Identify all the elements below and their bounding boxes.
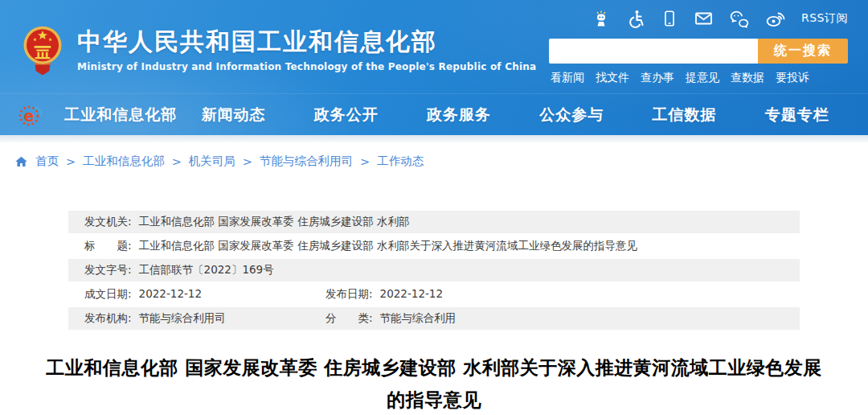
field-label: 发文字号: <box>84 263 132 277</box>
home-icon[interactable] <box>14 155 28 168</box>
field-label: 发布机构: <box>84 311 132 326</box>
nav-item-gov-disclosure[interactable]: 政务公开 <box>290 105 403 125</box>
field-label: 成文日期: <box>84 287 132 302</box>
table-row-issuing-agency: 发文机关: 工业和信息化部 国家发展改革委 住房城乡建设部 水利部 <box>68 211 800 233</box>
table-row-document-number: 发文字号: 工信部联节〔2022〕169号 <box>68 259 800 281</box>
rss-subscribe-link[interactable]: RSS订阅 <box>801 11 848 26</box>
breadcrumb: 首页 > 工业和信息化部 > 机关司局 > 节能与综合利用司 > 工作动态 <box>0 142 868 179</box>
breadcrumb-separator: > <box>243 155 252 168</box>
search-box: 统一搜索 <box>549 39 848 64</box>
quick-link-documents[interactable]: 找文件 <box>596 71 629 85</box>
field-label: 标 题: <box>84 239 132 253</box>
mobile-icon[interactable] <box>661 9 678 28</box>
breadcrumb-separator: > <box>360 155 370 168</box>
breadcrumb-departments[interactable]: 机关司局 <box>189 154 235 169</box>
site-subtitle: Ministry of Industry and Information Tec… <box>77 61 536 72</box>
breadcrumb-miit[interactable]: 工业和信息化部 <box>83 154 165 169</box>
site-header: 中华人民共和国工业和信息化部 Ministry of Industry and … <box>0 0 868 135</box>
nav-item-miit-data[interactable]: 工信数据 <box>628 105 740 125</box>
quick-link-feedback[interactable]: 提意见 <box>686 71 719 85</box>
breadcrumb-separator: > <box>172 155 182 168</box>
weibo-icon[interactable] <box>765 9 786 28</box>
field-value: 节能与综合利用司 <box>139 311 226 326</box>
table-cell: 发文字号: 工信部联节〔2022〕169号 <box>84 263 274 277</box>
nav-item-gov-services[interactable]: 政务服务 <box>403 105 515 125</box>
quick-link-news[interactable]: 看新闻 <box>551 71 584 85</box>
mail-icon[interactable] <box>694 9 714 28</box>
table-cell: 分 类: 节能与综合利用 <box>326 311 456 326</box>
brand-text: 中华人民共和国工业和信息化部 Ministry of Industry and … <box>77 25 536 72</box>
field-value: 工业和信息化部 国家发展改革委 住房城乡建设部 水利部关于深入推进黄河流域工业绿… <box>139 239 637 253</box>
nav-item-public-participation[interactable]: 公众参与 <box>515 105 628 125</box>
table-cell: 成文日期: 2022-12-12 <box>84 287 326 302</box>
table-cell: 发布日期: 2022-12-12 <box>326 287 443 302</box>
table-cell: 标 题: 工业和信息化部 国家发展改革委 住房城乡建设部 水利部关于深入推进黄河… <box>84 239 637 253</box>
quick-links: 看新闻 找文件 查办事 提意见 查数据 要投诉 <box>542 71 848 85</box>
field-value: 工信部联节〔2022〕169号 <box>139 263 274 277</box>
nav-item-miit[interactable]: 工业和信息化部 <box>64 105 177 125</box>
miit-logo-icon[interactable]: e <box>14 99 64 131</box>
quick-link-services[interactable]: 查办事 <box>641 71 674 85</box>
svg-text:e: e <box>24 107 35 125</box>
field-label: 分 类: <box>326 311 373 326</box>
search-input[interactable] <box>549 39 758 64</box>
table-row-title: 标 题: 工业和信息化部 国家发展改革委 住房城乡建设部 水利部关于深入推进黄河… <box>68 235 800 257</box>
quick-link-data[interactable]: 查数据 <box>731 71 764 85</box>
table-cell: 发布机构: 节能与综合利用司 <box>84 311 326 326</box>
accessibility-icon[interactable] <box>626 9 645 28</box>
nav-item-special-topics[interactable]: 专题专栏 <box>741 105 854 125</box>
main-nav: e 工业和信息化部 新闻动态 政务公开 政务服务 公众参与 工信数据 专题专栏 <box>0 93 868 135</box>
topbar-icons: RSS订阅 <box>542 7 848 30</box>
breadcrumb-home[interactable]: 首页 <box>35 154 59 169</box>
site-title: 中华人民共和国工业和信息化部 <box>77 27 536 56</box>
breadcrumb-work-updates: 工作动态 <box>377 154 424 169</box>
document-info-table: 发文机关: 工业和信息化部 国家发展改革委 住房城乡建设部 水利部 标 题: 工… <box>68 211 800 330</box>
national-emblem-icon <box>20 25 65 78</box>
brand-home-link[interactable]: 中华人民共和国工业和信息化部 Ministry of Industry and … <box>20 25 536 93</box>
table-cell: 发文机关: 工业和信息化部 国家发展改革委 住房城乡建设部 水利部 <box>84 215 409 229</box>
table-row-publisher-category: 发布机构: 节能与综合利用司 分 类: 节能与综合利用 <box>68 307 800 330</box>
nav-item-news[interactable]: 新闻动态 <box>177 105 289 125</box>
field-label: 发文机关: <box>84 215 132 229</box>
field-value: 工业和信息化部 国家发展改革委 住房城乡建设部 水利部 <box>139 215 410 229</box>
main-content: 发文机关: 工业和信息化部 国家发展改革委 住房城乡建设部 水利部 标 题: 工… <box>0 211 868 415</box>
quick-link-complaint[interactable]: 要投诉 <box>776 71 809 85</box>
breadcrumb-energy-dept[interactable]: 节能与综合利用司 <box>260 154 353 169</box>
article-title: 工业和信息化部 国家发展改革委 住房城乡建设部 水利部关于深入推进黄河流域工业绿… <box>44 351 824 415</box>
header-top: 中华人民共和国工业和信息化部 Ministry of Industry and … <box>0 0 868 93</box>
breadcrumb-separator: > <box>66 155 76 168</box>
field-value: 2022-12-12 <box>139 287 202 302</box>
field-value: 节能与综合利用 <box>380 311 457 326</box>
header-right: RSS订阅 统一搜索 看新闻 找文件 查办事 提意见 查数据 要投诉 <box>542 7 848 93</box>
unified-search-button[interactable]: 统一搜索 <box>758 39 848 64</box>
field-value: 2022-12-12 <box>380 287 443 302</box>
wechat-icon[interactable] <box>729 9 750 28</box>
header-bottom-strip <box>0 135 868 142</box>
table-row-dates: 成文日期: 2022-12-12 发布日期: 2022-12-12 <box>68 283 800 306</box>
assistant-icon[interactable] <box>592 9 611 28</box>
field-label: 发布日期: <box>326 287 373 302</box>
